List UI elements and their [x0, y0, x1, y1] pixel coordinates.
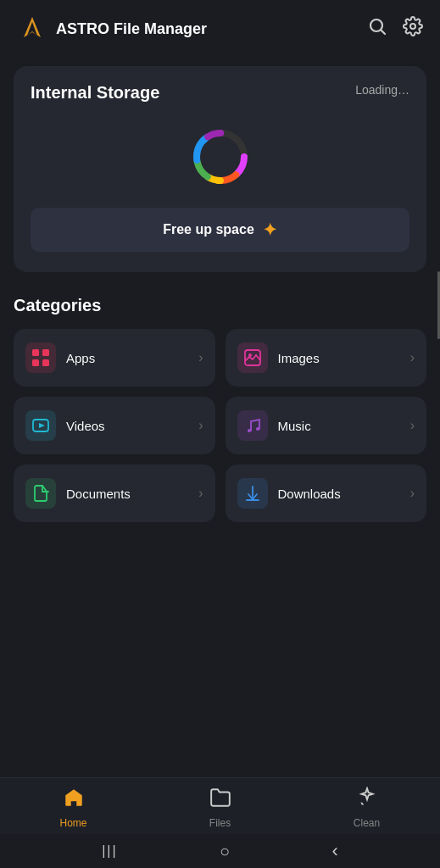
nav-item-clean[interactable]: Clean: [293, 787, 440, 829]
music-label: Music: [278, 419, 400, 433]
downloads-chevron-icon: ›: [410, 486, 415, 501]
apps-icon-wrap: [25, 342, 56, 373]
documents-label: Documents: [66, 487, 188, 501]
category-item-videos[interactable]: Videos ›: [14, 397, 215, 454]
category-item-downloads[interactable]: Downloads ›: [226, 465, 427, 522]
images-icon-wrap: [237, 342, 268, 373]
svg-point-20: [248, 429, 251, 432]
category-item-apps[interactable]: Apps ›: [14, 329, 215, 387]
free-up-space-button[interactable]: Free up space ✦: [31, 208, 409, 252]
apps-chevron-icon: ›: [198, 350, 203, 365]
search-icon[interactable]: [367, 16, 387, 42]
nav-item-files[interactable]: Files: [147, 787, 293, 829]
category-item-music[interactable]: Music ›: [226, 397, 427, 454]
videos-label: Videos: [66, 419, 188, 433]
category-item-documents[interactable]: Documents ›: [14, 465, 215, 522]
back-button[interactable]: ‹: [331, 840, 337, 862]
music-chevron-icon: ›: [410, 418, 415, 433]
astro-logo-icon: [17, 14, 47, 44]
svg-marker-19: [39, 423, 45, 428]
category-item-images[interactable]: Images ›: [226, 329, 427, 387]
categories-grid: Apps › Images › Videos: [14, 329, 426, 522]
svg-point-4: [410, 24, 415, 29]
videos-chevron-icon: ›: [198, 418, 203, 433]
home-icon: [63, 787, 85, 814]
documents-icon-wrap: [25, 478, 56, 509]
music-icon-wrap: [237, 410, 268, 441]
recent-apps-button[interactable]: |||: [102, 843, 117, 859]
sparkle-icon: ✦: [263, 220, 277, 240]
nav-item-home[interactable]: Home: [0, 787, 147, 829]
android-navigation-bar: ||| ○ ‹: [0, 834, 440, 868]
settings-icon[interactable]: [403, 16, 423, 42]
files-icon: [209, 787, 231, 814]
home-button[interactable]: ○: [220, 842, 230, 861]
home-nav-label: Home: [59, 817, 86, 829]
videos-icon: [31, 416, 50, 435]
videos-icon-wrap: [25, 410, 56, 441]
apps-icon: [31, 348, 50, 367]
images-chevron-icon: ›: [410, 350, 415, 365]
storage-title: Internal Storage: [31, 83, 159, 102]
svg-rect-15: [42, 359, 49, 366]
downloads-icon-wrap: [237, 478, 268, 509]
storage-card: Internal Storage Loading… Free up space …: [14, 66, 426, 272]
categories-section: Categories Apps ›: [14, 296, 426, 522]
storage-loading-status: Loading…: [355, 83, 409, 97]
images-icon: [243, 348, 262, 367]
svg-point-21: [256, 427, 259, 431]
svg-rect-14: [32, 359, 39, 366]
header-actions: [367, 16, 423, 42]
app-header: ASTRO File Manager: [0, 0, 440, 58]
svg-line-3: [382, 31, 386, 35]
documents-chevron-icon: ›: [198, 486, 203, 501]
svg-rect-13: [42, 349, 49, 356]
music-icon: [243, 416, 262, 435]
apps-label: Apps: [66, 351, 188, 365]
bottom-navigation: Home Files Clean: [0, 777, 440, 834]
donut-chart: [190, 126, 251, 187]
storage-chart: [31, 123, 409, 191]
categories-title: Categories: [14, 296, 426, 315]
downloads-icon: [243, 484, 262, 503]
images-label: Images: [278, 351, 400, 365]
free-up-label: Free up space: [163, 222, 254, 237]
files-nav-label: Files: [209, 817, 231, 829]
documents-icon: [31, 484, 50, 503]
app-title: ASTRO File Manager: [56, 20, 367, 38]
clean-icon: [356, 787, 378, 814]
downloads-label: Downloads: [278, 487, 400, 501]
clean-nav-label: Clean: [354, 817, 380, 829]
svg-rect-12: [32, 349, 39, 356]
